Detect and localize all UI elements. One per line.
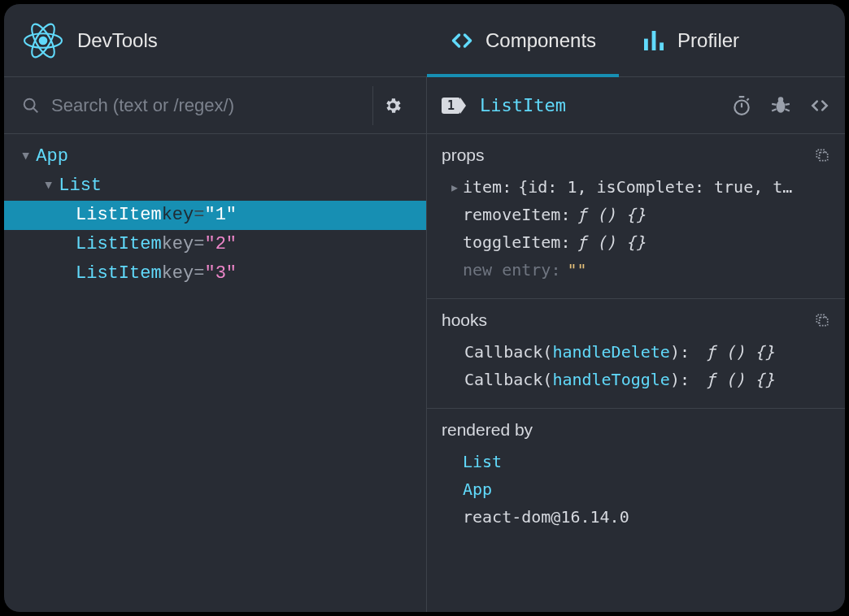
svg-line-15 — [772, 103, 776, 104]
tree-row-app[interactable]: ▾App — [4, 142, 426, 171]
hook-name: Callback — [464, 370, 542, 389]
gear-icon — [383, 96, 403, 115]
tree-row-list[interactable]: ▾List — [4, 171, 426, 201]
code-icon[interactable] — [809, 95, 830, 116]
app-title: DevTools — [77, 29, 158, 52]
search-icon — [22, 97, 40, 115]
caret-down-icon: ▾ — [43, 171, 54, 201]
rendered-by-row[interactable]: App — [442, 475, 830, 503]
hook-row[interactable]: Callback(handleToggle): ƒ () {} — [442, 366, 830, 393]
settings-button[interactable] — [372, 86, 411, 125]
svg-rect-6 — [660, 42, 664, 50]
copy-icon[interactable] — [814, 147, 830, 163]
profiler-icon — [642, 30, 666, 51]
rendered-by-section: rendered by List App react-dom@16.14.0 — [427, 409, 845, 545]
rendered-by-row[interactable]: List — [442, 448, 830, 475]
section-title: hooks — [442, 310, 487, 330]
search-row — [4, 77, 426, 134]
hook-row[interactable]: Callback(handleDelete): ƒ () {} — [442, 338, 830, 366]
props-section: props ▸item:{id: 1, isComplete: true, t…… — [427, 134, 845, 299]
detail-header: 1 ListItem — [427, 77, 845, 134]
key-label: key — [162, 201, 194, 230]
key-badge: 1 — [442, 98, 460, 114]
prop-item[interactable]: ▸item:{id: 1, isComplete: true, t… — [442, 173, 830, 201]
section-title: rendered by — [442, 420, 533, 440]
caret-down-icon: ▾ — [20, 142, 31, 171]
hook-arg: handleToggle — [552, 370, 670, 389]
svg-point-7 — [24, 98, 35, 109]
hooks-section: hooks Callback(handleDelete): ƒ () {} Ca… — [427, 299, 845, 409]
left-panel: ▾App ▾List ListItem key="1" ListItem key… — [4, 77, 427, 612]
tab-label: Profiler — [677, 29, 739, 52]
component-tree: ▾App ▾List ListItem key="1" ListItem key… — [4, 134, 426, 297]
prop-value: {id: 1, isComplete: true, t… — [518, 173, 792, 201]
key-value: "1" — [204, 201, 237, 230]
bug-icon[interactable] — [770, 95, 791, 116]
prop-value: "" — [567, 256, 586, 284]
section-head: props — [442, 145, 830, 165]
equals: = — [194, 201, 204, 230]
search-input[interactable] — [51, 95, 368, 116]
component-name: ListItem — [76, 201, 162, 230]
hook-arg: handleDelete — [552, 342, 670, 362]
rendered-link[interactable]: App — [463, 479, 492, 499]
tabs: Components Profiler — [427, 4, 762, 76]
copy-icon[interactable] — [814, 312, 830, 328]
svg-rect-19 — [820, 153, 828, 161]
body: ▾App ▾List ListItem key="1" ListItem key… — [4, 77, 845, 612]
prop-key: new entry — [463, 256, 551, 284]
component-name: ListItem — [76, 259, 162, 288]
svg-line-17 — [772, 109, 776, 111]
hook-name: Callback — [464, 342, 542, 362]
svg-line-18 — [785, 109, 789, 111]
components-icon — [450, 30, 474, 51]
svg-rect-5 — [652, 31, 656, 50]
svg-point-0 — [40, 37, 47, 44]
key-label: key — [162, 259, 194, 288]
rendered-text: react-dom@16.14.0 — [463, 507, 629, 527]
caret-right-icon: ▸ — [450, 173, 463, 201]
tab-label: Components — [485, 29, 596, 52]
key-value: "3" — [204, 259, 237, 288]
section-head: rendered by — [442, 420, 830, 440]
prop-key: removeItem — [463, 201, 560, 228]
tree-row-listitem[interactable]: ListItem key="3" — [4, 259, 426, 288]
key-label: key — [162, 230, 194, 259]
detail-title: ListItem — [480, 95, 713, 115]
logo-area: DevTools — [4, 21, 427, 60]
prop-removeitem[interactable]: removeItem:ƒ () {} — [442, 201, 830, 228]
section-head: hooks — [442, 310, 830, 330]
svg-line-8 — [33, 107, 38, 112]
tree-row-listitem[interactable]: ListItem key="1" — [4, 201, 426, 230]
section-title: props — [442, 145, 485, 165]
devtools-window: DevTools Components Profiler — [3, 3, 846, 613]
equals: = — [194, 230, 204, 259]
tab-components[interactable]: Components — [427, 4, 619, 76]
svg-line-12 — [747, 98, 749, 100]
component-name: App — [36, 142, 68, 171]
svg-line-16 — [785, 103, 789, 104]
svg-point-13 — [777, 100, 786, 112]
tab-profiler[interactable]: Profiler — [619, 4, 762, 76]
prop-new-entry[interactable]: new entry:"" — [442, 256, 830, 284]
hook-value: ƒ () {} — [706, 370, 774, 389]
tree-row-listitem[interactable]: ListItem key="2" — [4, 230, 426, 259]
detail-panel: 1 ListItem props ▸item:{id: 1, isComplet… — [427, 77, 845, 612]
key-value: "2" — [204, 230, 237, 259]
prop-value: ƒ () {} — [577, 228, 645, 256]
prop-key: toggleItem — [463, 228, 560, 256]
equals: = — [194, 259, 204, 288]
svg-rect-20 — [820, 318, 828, 326]
titlebar: DevTools Components Profiler — [4, 4, 845, 77]
svg-point-14 — [778, 97, 784, 102]
prop-toggleitem[interactable]: toggleItem:ƒ () {} — [442, 228, 830, 256]
rendered-link[interactable]: List — [463, 452, 502, 471]
hook-value: ƒ () {} — [706, 342, 774, 362]
rendered-by-row: react-dom@16.14.0 — [442, 503, 830, 531]
component-name: ListItem — [76, 230, 162, 259]
svg-rect-4 — [644, 38, 648, 50]
prop-value: ƒ () {} — [577, 201, 645, 228]
stopwatch-icon[interactable] — [731, 95, 752, 116]
prop-key: item — [463, 173, 502, 201]
react-logo-icon — [24, 21, 63, 60]
